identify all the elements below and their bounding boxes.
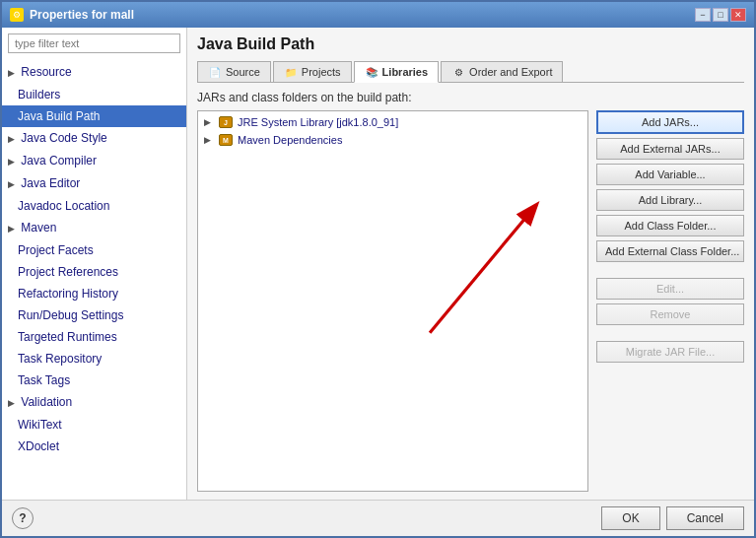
sidebar-item-targeted-runtimes[interactable]: Targeted Runtimes bbox=[2, 326, 186, 348]
projects-tab-icon: 📁 bbox=[284, 66, 298, 78]
expand-arrow: ▶ bbox=[8, 64, 18, 82]
libraries-tab-icon: 📚 bbox=[365, 66, 378, 78]
maximize-button[interactable]: □ bbox=[713, 8, 728, 22]
source-tab-icon: 📄 bbox=[208, 66, 222, 78]
jars-label: JARs and class folders on the build path… bbox=[197, 91, 744, 104]
add-class-folder-button[interactable]: Add Class Folder... bbox=[596, 215, 744, 236]
tree-item-jre[interactable]: ▶ J JRE System Library [jdk1.8.0_91] bbox=[200, 113, 585, 131]
sidebar-item-resource[interactable]: ▶ Resource bbox=[2, 61, 186, 84]
window-icon: ⚙ bbox=[10, 8, 24, 22]
button-separator-2 bbox=[596, 329, 744, 337]
expand-arrow: ▶ bbox=[8, 394, 18, 412]
sidebar-item-java-compiler[interactable]: ▶ Java Compiler bbox=[2, 150, 186, 172]
close-button[interactable]: ✕ bbox=[730, 8, 746, 22]
sidebar-item-task-repository[interactable]: Task Repository bbox=[2, 348, 186, 370]
help-button[interactable]: ? bbox=[12, 507, 34, 529]
order-export-tab-icon: ⚙ bbox=[451, 66, 465, 78]
button-separator bbox=[596, 266, 744, 274]
add-external-jars-button[interactable]: Add External JARs... bbox=[596, 138, 744, 160]
tab-libraries[interactable]: 📚 Libraries bbox=[354, 61, 439, 83]
sidebar-item-java-code-style[interactable]: ▶ Java Code Style bbox=[2, 127, 186, 150]
sidebar-item-project-references[interactable]: Project References bbox=[2, 261, 186, 283]
tree-expand-arrow: ▶ bbox=[204, 135, 214, 145]
sidebar-item-task-tags[interactable]: Task Tags bbox=[2, 370, 186, 391]
jre-icon: J bbox=[218, 115, 234, 129]
sidebar-list: ▶ Resource Builders Java Build Path ▶ Ja… bbox=[2, 59, 186, 500]
tree-item-maven[interactable]: ▶ M Maven Dependencies bbox=[200, 131, 585, 149]
add-library-button[interactable]: Add Library... bbox=[596, 189, 744, 211]
tab-order-export[interactable]: ⚙ Order and Export bbox=[441, 61, 563, 82]
main-window: ⚙ Properties for mall − □ ✕ ▶ Resource B… bbox=[0, 0, 756, 538]
build-path-wrapper: JARs and class folders on the build path… bbox=[197, 91, 744, 492]
tabs-bar: 📄 Source 📁 Projects 📚 Libraries ⚙ Order … bbox=[197, 61, 744, 83]
sidebar-item-validation[interactable]: ▶ Validation bbox=[2, 391, 186, 414]
sidebar-item-java-build-path[interactable]: Java Build Path bbox=[2, 105, 186, 127]
add-jars-button[interactable]: Add JARs... bbox=[596, 110, 744, 134]
minimize-button[interactable]: − bbox=[695, 8, 711, 22]
cancel-button[interactable]: Cancel bbox=[666, 506, 744, 530]
sidebar-item-maven[interactable]: ▶ Maven bbox=[2, 217, 186, 239]
ok-button[interactable]: OK bbox=[601, 506, 659, 530]
sidebar-item-java-editor[interactable]: ▶ Java Editor bbox=[2, 172, 186, 195]
title-bar: ⚙ Properties for mall − □ ✕ bbox=[2, 2, 754, 28]
expand-arrow: ▶ bbox=[8, 153, 18, 170]
tab-projects[interactable]: 📁 Projects bbox=[273, 61, 352, 82]
expand-arrow: ▶ bbox=[8, 220, 18, 237]
jre-label: JRE System Library [jdk1.8.0_91] bbox=[238, 116, 398, 128]
sidebar-item-javadoc[interactable]: Javadoc Location bbox=[2, 195, 186, 217]
sidebar-item-run-debug[interactable]: Run/Debug Settings bbox=[2, 304, 186, 326]
tree-expand-arrow: ▶ bbox=[204, 117, 214, 127]
edit-button[interactable]: Edit... bbox=[596, 278, 744, 300]
sidebar-item-wikitext[interactable]: WikiText bbox=[2, 414, 186, 436]
expand-arrow: ▶ bbox=[8, 130, 18, 148]
filter-input[interactable] bbox=[8, 34, 180, 53]
main-title: Java Build Path bbox=[197, 35, 744, 53]
bottom-bar: ? OK Cancel bbox=[2, 500, 754, 536]
migrate-jar-button[interactable]: Migrate JAR File... bbox=[596, 341, 744, 363]
maven-label: Maven Dependencies bbox=[238, 134, 342, 146]
add-variable-button[interactable]: Add Variable... bbox=[596, 164, 744, 185]
window-title: Properties for mall bbox=[30, 8, 134, 22]
add-external-class-folder-button[interactable]: Add External Class Folder... bbox=[596, 240, 744, 262]
sidebar: ▶ Resource Builders Java Build Path ▶ Ja… bbox=[2, 28, 187, 500]
content-area: ▶ Resource Builders Java Build Path ▶ Ja… bbox=[2, 28, 754, 500]
maven-icon: M bbox=[218, 133, 234, 147]
sidebar-item-builders[interactable]: Builders bbox=[2, 84, 186, 105]
build-path-inner: ▶ J JRE System Library [jdk1.8.0_91] ▶ bbox=[197, 110, 744, 492]
sidebar-item-project-facets[interactable]: Project Facets bbox=[2, 239, 186, 261]
right-buttons-panel: Add JARs... Add External JARs... Add Var… bbox=[596, 110, 744, 492]
expand-arrow: ▶ bbox=[8, 175, 18, 193]
remove-button[interactable]: Remove bbox=[596, 303, 744, 325]
sidebar-item-xdoclet[interactable]: XDoclet bbox=[2, 436, 186, 457]
sidebar-item-refactoring[interactable]: Refactoring History bbox=[2, 283, 186, 304]
main-panel: Java Build Path 📄 Source 📁 Projects 📚 Li… bbox=[187, 28, 754, 500]
tab-source[interactable]: 📄 Source bbox=[197, 61, 271, 82]
left-panel: ▶ J JRE System Library [jdk1.8.0_91] ▶ bbox=[197, 110, 588, 492]
tree-box: ▶ J JRE System Library [jdk1.8.0_91] ▶ bbox=[197, 110, 588, 492]
bottom-right-buttons: OK Cancel bbox=[601, 506, 744, 530]
